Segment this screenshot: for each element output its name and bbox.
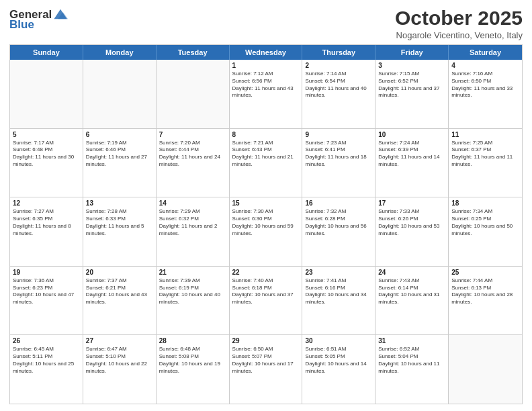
calendar: SundayMondayTuesdayWednesdayThursdayFrid… [9, 44, 523, 404]
day-cell-12: 12Sunrise: 7:27 AM Sunset: 6:35 PM Dayli… [10, 197, 83, 266]
empty-cell [157, 60, 230, 128]
day-cell-7: 7Sunrise: 7:20 AM Sunset: 6:44 PM Daylig… [157, 129, 230, 197]
cell-info: Sunrise: 7:24 AM Sunset: 6:39 PM Dayligh… [378, 140, 445, 169]
main-title: October 2025 [395, 7, 523, 29]
day-number: 12 [13, 199, 80, 207]
day-number: 22 [232, 269, 300, 276]
day-number: 18 [451, 199, 519, 207]
day-number: 23 [305, 269, 372, 276]
cell-info: Sunrise: 7:17 AM Sunset: 6:48 PM Dayligh… [13, 140, 80, 169]
day-number: 6 [86, 131, 153, 138]
header: General Blue October 2025 Nogarole Vicen… [9, 7, 523, 40]
cell-info: Sunrise: 7:12 AM Sunset: 6:56 PM Dayligh… [232, 71, 300, 99]
cell-info: Sunrise: 7:27 AM Sunset: 6:35 PM Dayligh… [13, 208, 80, 237]
day-cell-2: 2Sunrise: 7:14 AM Sunset: 6:54 PM Daylig… [302, 60, 375, 128]
day-cell-23: 23Sunrise: 7:41 AM Sunset: 6:16 PM Dayli… [302, 267, 375, 335]
day-number: 2 [305, 62, 372, 69]
day-number: 3 [378, 62, 445, 69]
cell-info: Sunrise: 7:34 AM Sunset: 6:25 PM Dayligh… [451, 208, 519, 237]
day-number: 9 [305, 131, 372, 138]
header-day-tuesday: Tuesday [157, 45, 230, 60]
day-cell-20: 20Sunrise: 7:37 AM Sunset: 6:21 PM Dayli… [83, 267, 157, 335]
cell-info: Sunrise: 7:15 AM Sunset: 6:52 PM Dayligh… [378, 71, 445, 99]
day-number: 27 [86, 337, 153, 345]
day-cell-6: 6Sunrise: 7:19 AM Sunset: 6:46 PM Daylig… [83, 129, 157, 197]
day-number: 17 [378, 199, 445, 207]
day-number: 31 [378, 337, 445, 345]
day-cell-13: 13Sunrise: 7:28 AM Sunset: 6:33 PM Dayli… [83, 197, 157, 266]
day-cell-4: 4Sunrise: 7:16 AM Sunset: 6:50 PM Daylig… [449, 60, 522, 128]
empty-cell [83, 60, 157, 128]
cell-info: Sunrise: 7:36 AM Sunset: 6:23 PM Dayligh… [13, 277, 80, 306]
header-day-friday: Friday [375, 45, 449, 60]
day-cell-26: 26Sunrise: 6:45 AM Sunset: 5:11 PM Dayli… [10, 335, 83, 404]
day-number: 14 [159, 199, 226, 207]
cell-info: Sunrise: 7:14 AM Sunset: 6:54 PM Dayligh… [305, 71, 372, 99]
day-cell-19: 19Sunrise: 7:36 AM Sunset: 6:23 PM Dayli… [10, 267, 83, 335]
cell-info: Sunrise: 7:28 AM Sunset: 6:33 PM Dayligh… [86, 208, 153, 237]
calendar-body: 1Sunrise: 7:12 AM Sunset: 6:56 PM Daylig… [10, 60, 522, 404]
day-number: 30 [305, 337, 372, 345]
day-cell-10: 10Sunrise: 7:24 AM Sunset: 6:39 PM Dayli… [375, 129, 449, 197]
cell-info: Sunrise: 6:45 AM Sunset: 5:11 PM Dayligh… [13, 346, 80, 375]
cell-info: Sunrise: 7:37 AM Sunset: 6:21 PM Dayligh… [86, 277, 153, 306]
cell-info: Sunrise: 7:30 AM Sunset: 6:30 PM Dayligh… [232, 208, 300, 237]
logo: General Blue [9, 7, 68, 30]
title-block: October 2025 Nogarole Vicentino, Veneto,… [395, 7, 523, 40]
day-cell-28: 28Sunrise: 6:48 AM Sunset: 5:08 PM Dayli… [157, 335, 230, 404]
cell-info: Sunrise: 7:43 AM Sunset: 6:14 PM Dayligh… [378, 277, 445, 306]
day-number: 11 [451, 131, 519, 138]
day-cell-15: 15Sunrise: 7:30 AM Sunset: 6:30 PM Dayli… [230, 197, 303, 266]
day-number: 5 [13, 131, 80, 138]
cell-info: Sunrise: 7:29 AM Sunset: 6:32 PM Dayligh… [159, 208, 226, 237]
header-day-monday: Monday [83, 45, 157, 60]
empty-cell [10, 60, 83, 128]
subtitle: Nogarole Vicentino, Veneto, Italy [395, 30, 523, 40]
day-cell-27: 27Sunrise: 6:47 AM Sunset: 5:10 PM Dayli… [83, 335, 157, 404]
day-cell-21: 21Sunrise: 7:39 AM Sunset: 6:19 PM Dayli… [157, 267, 230, 335]
calendar-row-1: 5Sunrise: 7:17 AM Sunset: 6:48 PM Daylig… [10, 128, 522, 197]
day-number: 28 [159, 337, 226, 345]
day-number: 7 [159, 131, 226, 138]
cell-info: Sunrise: 7:16 AM Sunset: 6:50 PM Dayligh… [451, 71, 519, 99]
day-number: 24 [378, 269, 445, 276]
day-cell-1: 1Sunrise: 7:12 AM Sunset: 6:56 PM Daylig… [230, 60, 303, 128]
day-number: 29 [232, 337, 300, 345]
day-cell-14: 14Sunrise: 7:29 AM Sunset: 6:32 PM Dayli… [157, 197, 230, 266]
day-cell-18: 18Sunrise: 7:34 AM Sunset: 6:25 PM Dayli… [449, 197, 522, 266]
cell-info: Sunrise: 6:48 AM Sunset: 5:08 PM Dayligh… [159, 346, 226, 375]
day-number: 25 [451, 269, 519, 276]
cell-info: Sunrise: 6:50 AM Sunset: 5:07 PM Dayligh… [232, 346, 300, 375]
cell-info: Sunrise: 7:44 AM Sunset: 6:13 PM Dayligh… [451, 277, 519, 306]
cell-info: Sunrise: 7:40 AM Sunset: 6:18 PM Dayligh… [232, 277, 300, 306]
cell-info: Sunrise: 7:25 AM Sunset: 6:37 PM Dayligh… [451, 140, 519, 169]
day-cell-30: 30Sunrise: 6:51 AM Sunset: 5:05 PM Dayli… [302, 335, 375, 404]
day-number: 1 [232, 62, 300, 69]
logo-icon [53, 7, 68, 21]
day-number: 16 [305, 199, 372, 207]
day-cell-11: 11Sunrise: 7:25 AM Sunset: 6:37 PM Dayli… [449, 129, 522, 197]
calendar-row-2: 12Sunrise: 7:27 AM Sunset: 6:35 PM Dayli… [10, 197, 522, 266]
cell-info: Sunrise: 7:32 AM Sunset: 6:28 PM Dayligh… [305, 208, 372, 237]
logo-blue: Blue [9, 19, 34, 30]
cell-info: Sunrise: 7:19 AM Sunset: 6:46 PM Dayligh… [86, 140, 153, 169]
day-cell-8: 8Sunrise: 7:21 AM Sunset: 6:43 PM Daylig… [230, 129, 303, 197]
day-cell-25: 25Sunrise: 7:44 AM Sunset: 6:13 PM Dayli… [449, 267, 522, 335]
day-number: 20 [86, 269, 153, 276]
cell-info: Sunrise: 7:23 AM Sunset: 6:41 PM Dayligh… [305, 140, 372, 169]
day-number: 4 [451, 62, 519, 69]
day-number: 21 [159, 269, 226, 276]
empty-cell [449, 335, 522, 404]
day-number: 10 [378, 131, 445, 138]
cell-info: Sunrise: 7:39 AM Sunset: 6:19 PM Dayligh… [159, 277, 226, 306]
day-cell-29: 29Sunrise: 6:50 AM Sunset: 5:07 PM Dayli… [230, 335, 303, 404]
day-number: 19 [13, 269, 80, 276]
header-day-saturday: Saturday [449, 45, 522, 60]
page: General Blue October 2025 Nogarole Vicen… [0, 0, 532, 411]
day-cell-5: 5Sunrise: 7:17 AM Sunset: 6:48 PM Daylig… [10, 129, 83, 197]
header-day-thursday: Thursday [302, 45, 375, 60]
day-number: 8 [232, 131, 300, 138]
day-number: 26 [13, 337, 80, 345]
cell-info: Sunrise: 6:47 AM Sunset: 5:10 PM Dayligh… [86, 346, 153, 375]
calendar-row-3: 19Sunrise: 7:36 AM Sunset: 6:23 PM Dayli… [10, 266, 522, 335]
